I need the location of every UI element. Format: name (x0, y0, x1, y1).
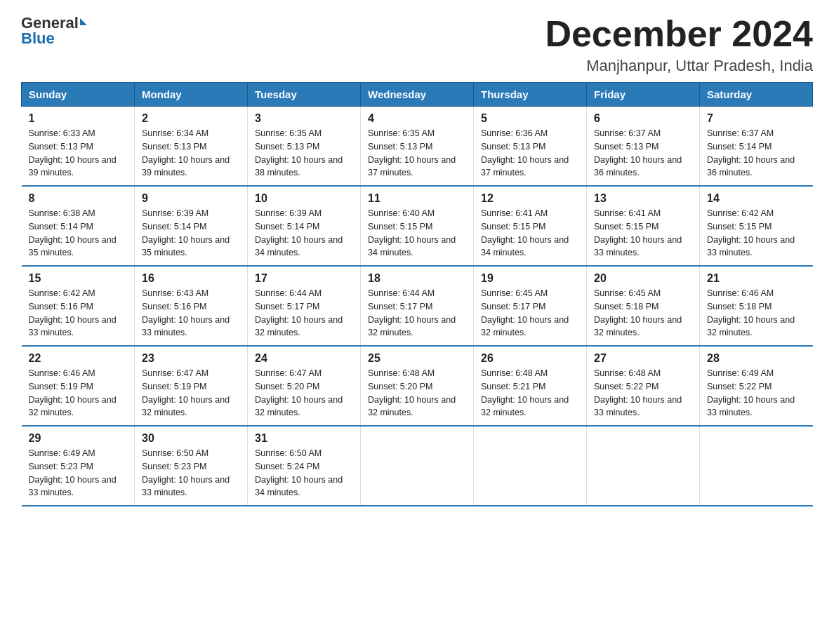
day-info: Sunrise: 6:50 AMSunset: 5:23 PMDaylight:… (142, 448, 230, 497)
calendar-cell: 24 Sunrise: 6:47 AMSunset: 5:20 PMDaylig… (248, 346, 361, 426)
col-header-sunday: Sunday (22, 83, 135, 107)
day-number: 26 (481, 352, 579, 365)
day-info: Sunrise: 6:35 AMSunset: 5:13 PMDaylight:… (255, 128, 343, 177)
calendar-cell: 27 Sunrise: 6:48 AMSunset: 5:22 PMDaylig… (587, 346, 700, 426)
day-number: 23 (142, 352, 240, 365)
day-info: Sunrise: 6:46 AMSunset: 5:19 PMDaylight:… (29, 368, 117, 417)
day-number: 4 (368, 112, 466, 125)
day-number: 29 (29, 432, 128, 445)
calendar-cell: 3 Sunrise: 6:35 AMSunset: 5:13 PMDayligh… (248, 107, 361, 187)
month-title: December 2024 (545, 14, 813, 54)
day-info: Sunrise: 6:36 AMSunset: 5:13 PMDaylight:… (481, 128, 569, 177)
day-number: 18 (368, 272, 466, 285)
day-number: 12 (481, 192, 579, 205)
calendar-cell: 31 Sunrise: 6:50 AMSunset: 5:24 PMDaylig… (248, 426, 361, 506)
logo-blue-text: Blue (21, 29, 55, 47)
day-number: 31 (255, 432, 353, 445)
calendar-cell: 22 Sunrise: 6:46 AMSunset: 5:19 PMDaylig… (22, 346, 135, 426)
day-info: Sunrise: 6:40 AMSunset: 5:15 PMDaylight:… (368, 208, 456, 257)
day-number: 30 (142, 432, 240, 445)
col-header-thursday: Thursday (474, 83, 587, 107)
day-info: Sunrise: 6:41 AMSunset: 5:15 PMDaylight:… (481, 208, 569, 257)
day-info: Sunrise: 6:37 AMSunset: 5:14 PMDaylight:… (707, 128, 795, 177)
calendar-cell: 11 Sunrise: 6:40 AMSunset: 5:15 PMDaylig… (361, 186, 474, 266)
day-info: Sunrise: 6:47 AMSunset: 5:19 PMDaylight:… (142, 368, 230, 417)
day-info: Sunrise: 6:44 AMSunset: 5:17 PMDaylight:… (255, 288, 343, 337)
calendar-table: SundayMondayTuesdayWednesdayThursdayFrid… (21, 82, 813, 507)
day-number: 1 (29, 112, 128, 125)
day-number: 15 (29, 272, 128, 285)
day-number: 21 (707, 272, 806, 285)
calendar-week-row: 22 Sunrise: 6:46 AMSunset: 5:19 PMDaylig… (22, 346, 813, 426)
calendar-cell: 17 Sunrise: 6:44 AMSunset: 5:17 PMDaylig… (248, 266, 361, 346)
day-info: Sunrise: 6:48 AMSunset: 5:20 PMDaylight:… (368, 368, 456, 417)
day-info: Sunrise: 6:47 AMSunset: 5:20 PMDaylight:… (255, 368, 343, 417)
calendar-cell: 29 Sunrise: 6:49 AMSunset: 5:23 PMDaylig… (22, 426, 135, 506)
calendar-cell: 4 Sunrise: 6:35 AMSunset: 5:13 PMDayligh… (361, 107, 474, 187)
day-info: Sunrise: 6:50 AMSunset: 5:24 PMDaylight:… (255, 448, 343, 497)
col-header-monday: Monday (135, 83, 248, 107)
calendar-cell: 20 Sunrise: 6:45 AMSunset: 5:18 PMDaylig… (587, 266, 700, 346)
calendar-week-row: 8 Sunrise: 6:38 AMSunset: 5:14 PMDayligh… (22, 186, 813, 266)
day-number: 19 (481, 272, 579, 285)
day-number: 2 (142, 112, 240, 125)
day-number: 6 (594, 112, 692, 125)
day-number: 11 (368, 192, 466, 205)
day-info: Sunrise: 6:42 AMSunset: 5:15 PMDaylight:… (707, 208, 795, 257)
calendar-cell: 12 Sunrise: 6:41 AMSunset: 5:15 PMDaylig… (474, 186, 587, 266)
col-header-wednesday: Wednesday (361, 83, 474, 107)
calendar-cell: 5 Sunrise: 6:36 AMSunset: 5:13 PMDayligh… (474, 107, 587, 187)
calendar-cell (700, 426, 813, 506)
logo-triangle-icon (80, 18, 87, 25)
day-info: Sunrise: 6:39 AMSunset: 5:14 PMDaylight:… (142, 208, 230, 257)
day-info: Sunrise: 6:48 AMSunset: 5:22 PMDaylight:… (594, 368, 682, 417)
day-info: Sunrise: 6:42 AMSunset: 5:16 PMDaylight:… (29, 288, 117, 337)
title-area: December 2024 Manjhanpur, Uttar Pradesh,… (545, 14, 813, 75)
calendar-cell: 16 Sunrise: 6:43 AMSunset: 5:16 PMDaylig… (135, 266, 248, 346)
day-number: 3 (255, 112, 353, 125)
calendar-cell: 28 Sunrise: 6:49 AMSunset: 5:22 PMDaylig… (700, 346, 813, 426)
calendar-cell: 23 Sunrise: 6:47 AMSunset: 5:19 PMDaylig… (135, 346, 248, 426)
page-header: General Blue December 2024 Manjhanpur, U… (21, 14, 813, 75)
day-info: Sunrise: 6:49 AMSunset: 5:22 PMDaylight:… (707, 368, 795, 417)
day-number: 8 (29, 192, 128, 205)
day-number: 13 (594, 192, 692, 205)
calendar-week-row: 29 Sunrise: 6:49 AMSunset: 5:23 PMDaylig… (22, 426, 813, 506)
day-number: 28 (707, 352, 806, 365)
day-info: Sunrise: 6:46 AMSunset: 5:18 PMDaylight:… (707, 288, 795, 337)
calendar-cell: 2 Sunrise: 6:34 AMSunset: 5:13 PMDayligh… (135, 107, 248, 187)
col-header-saturday: Saturday (700, 83, 813, 107)
day-info: Sunrise: 6:48 AMSunset: 5:21 PMDaylight:… (481, 368, 569, 417)
calendar-week-row: 15 Sunrise: 6:42 AMSunset: 5:16 PMDaylig… (22, 266, 813, 346)
calendar-cell (587, 426, 700, 506)
calendar-header-row: SundayMondayTuesdayWednesdayThursdayFrid… (22, 83, 813, 107)
day-number: 17 (255, 272, 353, 285)
calendar-cell: 25 Sunrise: 6:48 AMSunset: 5:20 PMDaylig… (361, 346, 474, 426)
day-info: Sunrise: 6:34 AMSunset: 5:13 PMDaylight:… (142, 128, 230, 177)
day-number: 25 (368, 352, 466, 365)
calendar-cell: 30 Sunrise: 6:50 AMSunset: 5:23 PMDaylig… (135, 426, 248, 506)
day-info: Sunrise: 6:43 AMSunset: 5:16 PMDaylight:… (142, 288, 230, 337)
day-info: Sunrise: 6:33 AMSunset: 5:13 PMDaylight:… (29, 128, 117, 177)
calendar-cell: 1 Sunrise: 6:33 AMSunset: 5:13 PMDayligh… (22, 107, 135, 187)
calendar-cell: 19 Sunrise: 6:45 AMSunset: 5:17 PMDaylig… (474, 266, 587, 346)
day-info: Sunrise: 6:41 AMSunset: 5:15 PMDaylight:… (594, 208, 682, 257)
calendar-cell: 6 Sunrise: 6:37 AMSunset: 5:13 PMDayligh… (587, 107, 700, 187)
day-info: Sunrise: 6:38 AMSunset: 5:14 PMDaylight:… (29, 208, 117, 257)
calendar-cell: 10 Sunrise: 6:39 AMSunset: 5:14 PMDaylig… (248, 186, 361, 266)
calendar-cell: 9 Sunrise: 6:39 AMSunset: 5:14 PMDayligh… (135, 186, 248, 266)
day-info: Sunrise: 6:49 AMSunset: 5:23 PMDaylight:… (29, 448, 117, 497)
calendar-cell: 7 Sunrise: 6:37 AMSunset: 5:14 PMDayligh… (700, 107, 813, 187)
col-header-tuesday: Tuesday (248, 83, 361, 107)
calendar-cell: 15 Sunrise: 6:42 AMSunset: 5:16 PMDaylig… (22, 266, 135, 346)
calendar-cell: 26 Sunrise: 6:48 AMSunset: 5:21 PMDaylig… (474, 346, 587, 426)
calendar-cell (474, 426, 587, 506)
day-info: Sunrise: 6:45 AMSunset: 5:18 PMDaylight:… (594, 288, 682, 337)
day-number: 16 (142, 272, 240, 285)
logo-area: General Blue (21, 14, 87, 48)
calendar-cell: 13 Sunrise: 6:41 AMSunset: 5:15 PMDaylig… (587, 186, 700, 266)
day-number: 22 (29, 352, 128, 365)
calendar-week-row: 1 Sunrise: 6:33 AMSunset: 5:13 PMDayligh… (22, 107, 813, 187)
day-info: Sunrise: 6:35 AMSunset: 5:13 PMDaylight:… (368, 128, 456, 177)
calendar-cell (361, 426, 474, 506)
